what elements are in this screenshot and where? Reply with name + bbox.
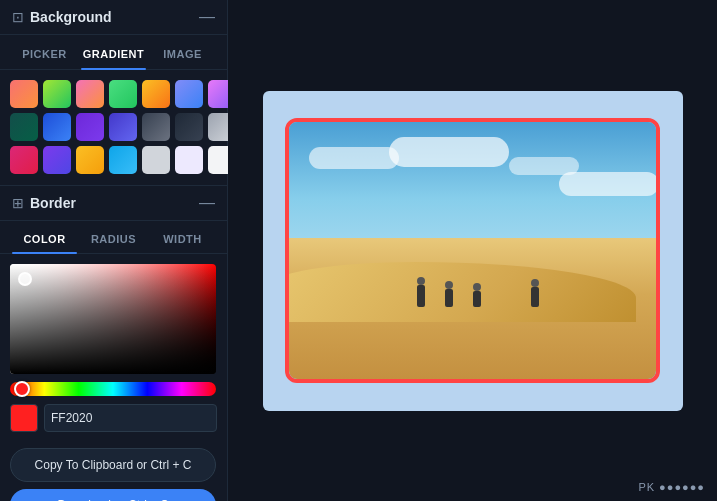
background-title: Background xyxy=(30,9,112,25)
border-section-header: ⊞ Border — xyxy=(0,186,227,221)
swatch-11[interactable] xyxy=(109,113,137,141)
border-tab-color[interactable]: COLOR xyxy=(12,229,77,249)
border-icon: ⊞ xyxy=(12,195,24,211)
border-section: ⊞ Border — COLOR RADIUS WIDTH xyxy=(0,186,227,501)
right-canvas-area: PK ●●●●●● xyxy=(228,0,717,501)
download-button[interactable]: Download or Ctrl + S xyxy=(10,489,216,501)
swatch-row-3 xyxy=(10,146,217,174)
cloud-2 xyxy=(389,137,509,167)
border-tab-width[interactable]: WIDTH xyxy=(150,229,215,249)
swatch-1[interactable] xyxy=(10,80,38,108)
swatch-9[interactable] xyxy=(43,113,71,141)
border-collapse-btn[interactable]: — xyxy=(199,194,215,212)
swatch-10[interactable] xyxy=(76,113,104,141)
swatch-4[interactable] xyxy=(109,80,137,108)
picker-handle[interactable] xyxy=(18,272,32,286)
image-frame xyxy=(285,118,660,383)
color-hex-input[interactable] xyxy=(44,404,217,432)
swatch-8[interactable] xyxy=(10,113,38,141)
border-tabs: COLOR RADIUS WIDTH xyxy=(0,221,227,254)
swatch-6[interactable] xyxy=(175,80,203,108)
background-title-row: ⊡ Background xyxy=(12,9,112,25)
swatch-16[interactable] xyxy=(43,146,71,174)
tab-image[interactable]: IMAGE xyxy=(150,43,215,65)
figure-2 xyxy=(445,289,453,307)
color-input-row xyxy=(10,404,217,432)
swatch-3[interactable] xyxy=(76,80,104,108)
watermark: PK ●●●●●● xyxy=(638,481,705,493)
figure-4 xyxy=(531,287,539,307)
canvas-background xyxy=(263,91,683,411)
swatch-20[interactable] xyxy=(175,146,203,174)
copy-clipboard-button[interactable]: Copy To Clipboard or Ctrl + C xyxy=(10,448,216,482)
hue-slider[interactable] xyxy=(10,382,216,396)
swatch-2[interactable] xyxy=(43,80,71,108)
figures-group xyxy=(417,285,539,307)
swatch-13[interactable] xyxy=(175,113,203,141)
cloud-1 xyxy=(309,147,399,169)
color-gradient-canvas[interactable] xyxy=(10,264,216,374)
background-icon: ⊡ xyxy=(12,9,24,25)
swatch-15[interactable] xyxy=(10,146,38,174)
tab-gradient[interactable]: GRADIENT xyxy=(81,43,146,65)
border-title-row: ⊞ Border xyxy=(12,195,76,211)
border-tab-radius[interactable]: RADIUS xyxy=(81,229,146,249)
background-collapse-btn[interactable]: — xyxy=(199,8,215,26)
swatch-row-2 xyxy=(10,113,217,141)
swatch-12[interactable] xyxy=(142,113,170,141)
desert-scene xyxy=(289,122,656,379)
color-picker-area xyxy=(0,254,227,438)
tab-picker[interactable]: PICKER xyxy=(12,43,77,65)
figure-3 xyxy=(473,291,481,307)
color-swatch-preview[interactable] xyxy=(10,404,38,432)
border-title: Border xyxy=(30,195,76,211)
swatch-17[interactable] xyxy=(76,146,104,174)
swatch-5[interactable] xyxy=(142,80,170,108)
background-section-header: ⊡ Background — xyxy=(0,0,227,35)
bottom-buttons: Copy To Clipboard or Ctrl + C Download o… xyxy=(0,438,227,501)
swatches-area xyxy=(0,70,227,186)
swatch-row-1 xyxy=(10,80,217,108)
figure-1 xyxy=(417,285,425,307)
left-panel: ⊡ Background — PICKER GRADIENT IMAGE xyxy=(0,0,228,501)
background-tabs: PICKER GRADIENT IMAGE xyxy=(0,35,227,70)
cloud-4 xyxy=(559,172,656,196)
hue-handle[interactable] xyxy=(14,381,30,397)
swatch-18[interactable] xyxy=(109,146,137,174)
swatch-19[interactable] xyxy=(142,146,170,174)
